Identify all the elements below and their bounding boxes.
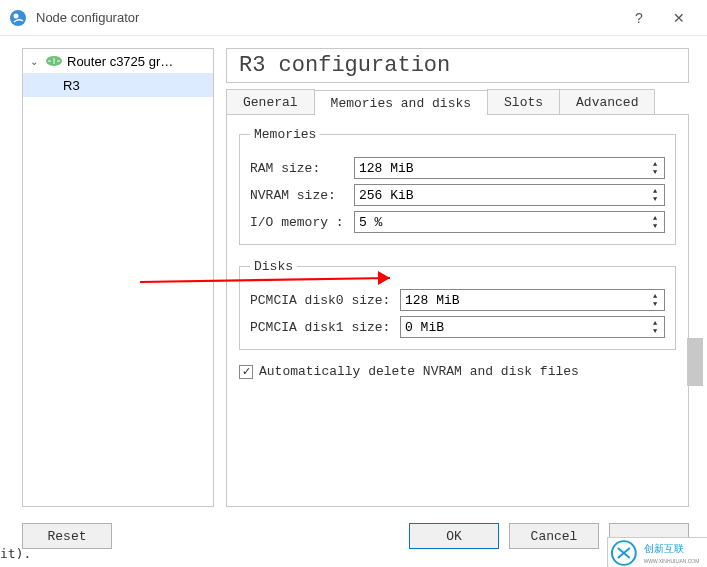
auto-delete-label: Automatically delete NVRAM and disk file… — [259, 364, 579, 379]
tab-bar: General Memories and disks Slots Advance… — [226, 89, 689, 114]
close-button[interactable]: ✕ — [659, 0, 699, 36]
auto-delete-row[interactable]: ✓ Automatically delete NVRAM and disk fi… — [239, 364, 676, 379]
tab-advanced[interactable]: Advanced — [559, 89, 655, 114]
tab-slots[interactable]: Slots — [487, 89, 560, 114]
ram-spin-arrows[interactable]: ▲▼ — [648, 159, 662, 177]
dialog-buttons: Reset OK Cancel — [22, 523, 689, 549]
svg-text:WWW.XINHUILIAN.COM: WWW.XINHUILIAN.COM — [644, 558, 700, 563]
auto-delete-checkbox[interactable]: ✓ — [239, 365, 253, 379]
reset-button[interactable]: Reset — [22, 523, 112, 549]
tab-content: Memories RAM size: 128 MiB ▲▼ NVRAM size… — [226, 114, 689, 507]
tab-memories-and-disks[interactable]: Memories and disks — [314, 90, 488, 115]
window-title: Node configurator — [36, 10, 619, 25]
scrollbar-fragment — [687, 338, 703, 386]
svg-point-1 — [14, 13, 19, 18]
disk0-spin-arrows[interactable]: ▲▼ — [648, 291, 662, 309]
router-icon — [45, 54, 63, 68]
memories-group: Memories RAM size: 128 MiB ▲▼ NVRAM size… — [239, 127, 676, 245]
nvram-size-input[interactable]: 256 KiB ▲▼ — [354, 184, 665, 206]
ram-size-value: 128 MiB — [359, 161, 414, 176]
tree-root-router[interactable]: ⌄ Router c3725 gr… — [23, 49, 213, 73]
help-button[interactable]: ? — [619, 0, 659, 36]
ram-size-input[interactable]: 128 MiB ▲▼ — [354, 157, 665, 179]
tree-root-label: Router c3725 gr… — [67, 54, 173, 69]
svg-text:创新互联: 创新互联 — [644, 543, 684, 554]
fragment-text: it). — [0, 546, 31, 561]
disks-group: Disks PCMCIA disk0 size: 128 MiB ▲▼ PCMC… — [239, 259, 676, 350]
io-memory-value: 5 % — [359, 215, 382, 230]
nvram-size-label: NVRAM size: — [250, 188, 354, 203]
io-spin-arrows[interactable]: ▲▼ — [648, 213, 662, 231]
disk0-input[interactable]: 128 MiB ▲▼ — [400, 289, 665, 311]
tree-item-r3[interactable]: R3 — [23, 73, 213, 97]
svg-point-0 — [10, 10, 26, 26]
node-tree[interactable]: ⌄ Router c3725 gr… R3 — [22, 48, 214, 507]
tree-child-label: R3 — [63, 78, 80, 93]
disk0-value: 128 MiB — [405, 293, 460, 308]
memories-legend: Memories — [250, 127, 320, 142]
ok-button[interactable]: OK — [409, 523, 499, 549]
disks-legend: Disks — [250, 259, 297, 274]
ram-size-label: RAM size: — [250, 161, 354, 176]
app-icon — [8, 8, 28, 28]
nvram-spin-arrows[interactable]: ▲▼ — [648, 186, 662, 204]
tab-general[interactable]: General — [226, 89, 315, 114]
titlebar: Node configurator ? ✕ — [0, 0, 707, 36]
config-title: R3 configuration — [239, 53, 450, 78]
disk1-value: 0 MiB — [405, 320, 444, 335]
disk1-label: PCMCIA disk1 size: — [250, 320, 400, 335]
io-memory-input[interactable]: 5 % ▲▼ — [354, 211, 665, 233]
config-header: R3 configuration — [226, 48, 689, 83]
io-memory-label: I/O memory : — [250, 215, 354, 230]
watermark-logo: 创新互联 WWW.XINHUILIAN.COM — [607, 537, 707, 567]
disk0-label: PCMCIA disk0 size: — [250, 293, 400, 308]
disk1-input[interactable]: 0 MiB ▲▼ — [400, 316, 665, 338]
nvram-size-value: 256 KiB — [359, 188, 414, 203]
cancel-button[interactable]: Cancel — [509, 523, 599, 549]
chevron-down-icon[interactable]: ⌄ — [27, 56, 41, 67]
disk1-spin-arrows[interactable]: ▲▼ — [648, 318, 662, 336]
